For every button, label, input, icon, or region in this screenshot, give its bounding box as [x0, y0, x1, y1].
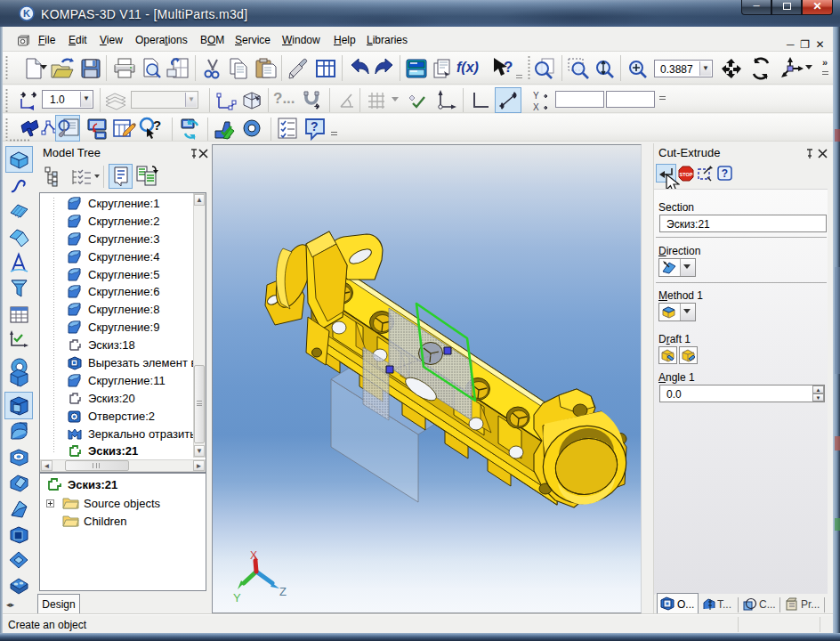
svg-text:?: ? [311, 119, 319, 134]
svg-text:?: ? [722, 167, 728, 180]
svg-text:?: ? [504, 59, 513, 76]
svg-text:STOP: STOP [680, 172, 693, 177]
svg-text:Y: Y [233, 591, 241, 604]
svg-text:X: X [250, 549, 257, 562]
svg-text:Y: Y [533, 91, 539, 101]
svg-text:Z: Z [279, 585, 287, 598]
svg-text:K: K [23, 8, 30, 19]
svg-text:?: ? [153, 118, 161, 133]
svg-text:X: X [533, 102, 539, 112]
